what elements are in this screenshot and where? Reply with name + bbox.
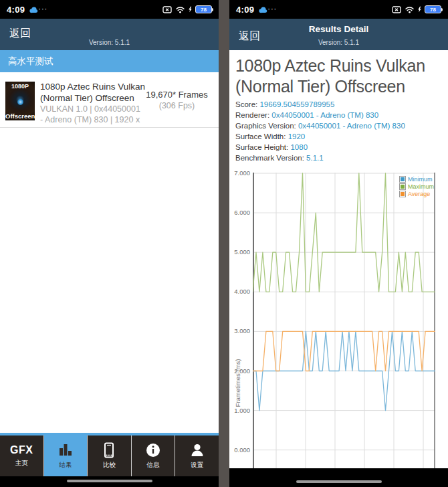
result-list-item[interactable]: 1080P Offscreen 1080p Aztec Ruins Vulkan… bbox=[0, 75, 219, 128]
wifi-icon bbox=[175, 6, 185, 13]
tab-results[interactable]: 结果 bbox=[44, 435, 88, 476]
result-subtitle-line1: VULKAN 1.0 | 0x44050001 bbox=[40, 104, 146, 114]
person-icon bbox=[189, 442, 205, 458]
field-graphics-version: Graphics Version: 0x44050001 - Adreno (T… bbox=[235, 120, 444, 131]
y-tick-label: 3.000 bbox=[229, 327, 250, 334]
y-tick-label: 6.000 bbox=[229, 209, 250, 216]
legend-item-minimum: Minimum bbox=[399, 176, 434, 183]
benchmark-title-line1: 1080p Aztec Ruins Vulkan bbox=[235, 56, 444, 76]
legend-item-maximum: Maximum bbox=[399, 183, 434, 190]
bottom-nav: GFX 主页 结果 比较 bbox=[0, 435, 219, 476]
charging-icon bbox=[189, 6, 192, 13]
tab-info[interactable]: 信息 bbox=[132, 435, 176, 476]
screenshot-pair: 4:09 ··· 78 bbox=[0, 0, 448, 487]
charging-icon bbox=[418, 6, 421, 13]
section-header-high-level-test: 高水平测试 bbox=[0, 50, 219, 72]
legend-swatch-icon bbox=[399, 176, 406, 183]
y-tick-label: 1.000 bbox=[229, 407, 250, 414]
field-renderer: Renderer: 0x44050001 - Adreno (TM) 830 bbox=[235, 110, 444, 120]
tab-settings-label: 设置 bbox=[191, 461, 203, 470]
status-bar: 4:09 ··· 78 bbox=[0, 0, 219, 19]
app-header: 返回 Results Detail Version: 5.1.1 bbox=[229, 19, 448, 50]
y-tick-label: 7.000 bbox=[229, 169, 250, 177]
status-bar: 4:09 ··· 78 bbox=[229, 0, 448, 19]
gfx-logo: GFX bbox=[10, 444, 33, 456]
result-title-line1: 1080p Aztec Ruins Vulkan bbox=[40, 81, 146, 92]
chart-plot bbox=[253, 173, 435, 468]
result-title-line2: (Normal Tier) Offscreen bbox=[40, 92, 146, 104]
field-surface-height: Surface Height: 1080 bbox=[235, 142, 444, 153]
app-header: 返回 Version: 5.1.1 bbox=[0, 19, 219, 50]
info-icon bbox=[145, 442, 161, 458]
y-tick-label: 2.000 bbox=[229, 367, 250, 375]
legend-label: Maximum bbox=[408, 183, 434, 190]
result-fps-value: (306 Fps) bbox=[142, 101, 212, 110]
tab-settings[interactable]: 设置 bbox=[175, 435, 219, 476]
field-benchmark-version: Benchmark Version: 5.1.1 bbox=[235, 153, 444, 163]
no-sim-icon bbox=[392, 6, 401, 13]
tab-home[interactable]: GFX 主页 bbox=[0, 435, 44, 476]
more-indicator: ··· bbox=[38, 5, 47, 13]
app-version: Version: 5.1.1 bbox=[0, 39, 219, 46]
y-axis-label: Frametimes (ms) bbox=[234, 353, 241, 413]
tab-results-label: 结果 bbox=[59, 461, 72, 470]
bar-chart-icon bbox=[57, 442, 74, 458]
legend-swatch-icon bbox=[399, 191, 406, 197]
wifi-icon bbox=[405, 6, 415, 13]
detail-fields: Score: 19669.504559789955 Renderer: 0x44… bbox=[235, 99, 444, 163]
thumb-resolution-label: 1080P bbox=[5, 83, 35, 90]
page-title: Results Detail bbox=[229, 24, 448, 34]
benchmark-title-line2: (Normal Tier) Offscreen bbox=[235, 76, 444, 97]
legend-swatch-icon bbox=[399, 183, 406, 190]
cloud-weather-icon bbox=[258, 6, 267, 13]
home-indicator[interactable] bbox=[0, 476, 219, 487]
y-tick-label: 0.000 bbox=[229, 446, 250, 454]
tab-home-label: 主页 bbox=[15, 459, 28, 468]
legend-item-average: Average bbox=[399, 191, 434, 197]
y-tick-label: 4.000 bbox=[229, 288, 250, 295]
home-indicator[interactable] bbox=[229, 468, 448, 487]
clock: 4:09 bbox=[7, 5, 25, 15]
battery-icon: 78 bbox=[195, 5, 212, 13]
screenshot-divider bbox=[219, 0, 229, 487]
field-surface-width: Surface Width: 1920 bbox=[235, 131, 444, 142]
battery-percent: 78 bbox=[430, 7, 436, 13]
battery-icon: 78 bbox=[425, 5, 441, 13]
thumb-glow-dot bbox=[17, 99, 23, 105]
benchmark-thumbnail: 1080P Offscreen bbox=[5, 82, 35, 120]
result-frames-value: 19,670* Frames bbox=[142, 90, 212, 100]
thumb-offscreen-label: Offscreen bbox=[5, 112, 35, 120]
section-header-label: 高水平测试 bbox=[8, 56, 53, 68]
more-indicator: ··· bbox=[267, 5, 277, 13]
field-score: Score: 19669.504559789955 bbox=[235, 99, 444, 110]
frametimes-chart: Frametimes (ms) 0.0001.0002.0003.0004.00… bbox=[229, 173, 448, 468]
app-version: Version: 5.1.1 bbox=[229, 39, 448, 46]
legend-label: Average bbox=[408, 191, 430, 197]
screen-results-detail: 4:09 ··· 78 bbox=[229, 0, 448, 487]
tab-info-label: 信息 bbox=[147, 461, 160, 470]
clock: 4:09 bbox=[236, 5, 254, 15]
phone-icon bbox=[101, 442, 117, 458]
no-sim-icon bbox=[162, 6, 172, 13]
cloud-weather-icon bbox=[29, 6, 38, 13]
result-subtitle-line2: - Adreno (TM) 830 | 1920 x bbox=[40, 114, 146, 125]
battery-percent: 78 bbox=[201, 7, 207, 13]
tab-compare-label: 比较 bbox=[103, 461, 116, 470]
benchmark-title: 1080p Aztec Ruins Vulkan (Normal Tier) O… bbox=[235, 56, 444, 97]
screen-results-list: 4:09 ··· 78 bbox=[0, 0, 219, 487]
legend-label: Minimum bbox=[408, 176, 433, 183]
chart-legend: MinimumMaximumAverage bbox=[399, 176, 434, 198]
y-tick-label: 5.000 bbox=[229, 248, 250, 256]
tab-compare[interactable]: 比较 bbox=[88, 435, 132, 476]
